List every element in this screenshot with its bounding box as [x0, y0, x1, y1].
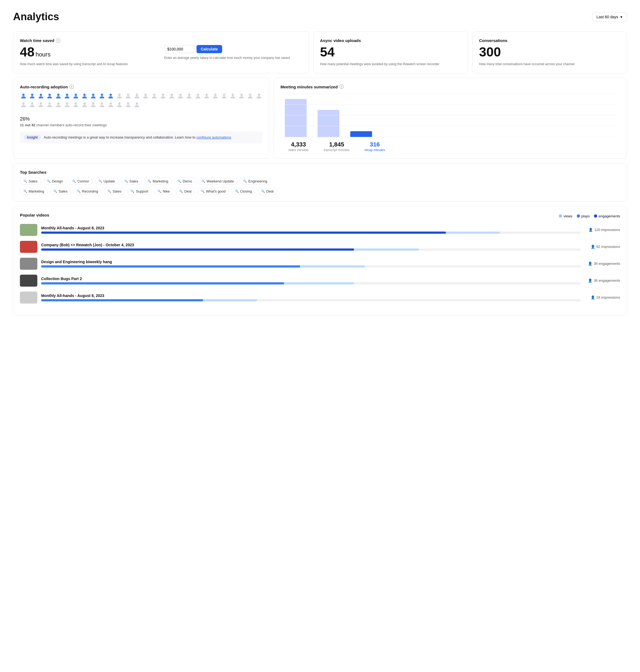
user-icon	[203, 92, 210, 100]
search-tag[interactable]: 🔍Design	[43, 178, 67, 185]
bar-labels: 4,333video minutes1,845transcript minute…	[280, 137, 620, 152]
impressions-icon: 👤	[588, 261, 592, 266]
svg-point-1	[31, 94, 33, 96]
search-tag[interactable]: 🔍Sales	[104, 188, 125, 195]
user-icon	[63, 101, 71, 108]
user-icon	[81, 92, 88, 100]
svg-point-11	[118, 94, 121, 96]
svg-point-18	[179, 94, 182, 96]
search-tag-label: Recording	[82, 189, 98, 194]
svg-point-13	[136, 94, 138, 96]
stats-row-2: Auto-recording adoption i	[13, 78, 627, 159]
search-tag[interactable]: 🔍Weekend Update	[198, 178, 237, 185]
search-tag-label: What's good	[206, 189, 226, 194]
search-tag[interactable]: 🔍Marketing	[20, 188, 48, 195]
bar-col-2	[350, 131, 372, 137]
search-tag[interactable]: 🔍Support	[127, 188, 152, 195]
watch-time-info-icon[interactable]: i	[56, 39, 60, 43]
user-icon	[133, 92, 140, 100]
meeting-minutes-info-icon[interactable]: i	[339, 85, 344, 89]
user-icon	[37, 92, 44, 100]
search-tag[interactable]: 🔍Closing	[231, 188, 256, 195]
search-tag-label: Connor	[77, 179, 89, 183]
bar-value-label: 316recap minutes	[361, 139, 389, 152]
video-row[interactable]: Company (Bob) <> Rewatch (Jon) - October…	[20, 241, 620, 253]
search-icon: 🔍	[243, 180, 247, 183]
search-tag[interactable]: 🔍Update	[95, 178, 119, 185]
search-icon: 🔍	[158, 189, 161, 193]
video-bar-track	[41, 266, 581, 268]
bar-rect	[318, 110, 339, 137]
search-tag[interactable]: 🔍Engineering	[239, 178, 271, 185]
search-tag[interactable]: 🔍Connor	[69, 178, 93, 185]
user-icon	[81, 101, 88, 108]
configure-automations-link[interactable]: configure automations	[196, 135, 231, 139]
svg-point-6	[75, 94, 77, 96]
search-tag[interactable]: 🔍Recording	[73, 188, 102, 195]
user-icon	[90, 92, 97, 100]
search-icon: 🔍	[72, 180, 76, 183]
watch-time-card: Watch time saved i 48hours How much watc…	[13, 31, 309, 73]
svg-point-26	[249, 94, 251, 96]
search-tag-label: Engineering	[248, 179, 267, 183]
video-info: Monthly All-hands - August 8, 2023	[41, 294, 581, 301]
search-tag[interactable]: 🔍Demo	[174, 178, 196, 185]
svg-point-17	[171, 94, 173, 96]
async-video-value: 54	[320, 45, 461, 59]
date-filter-button[interactable]: Last 60 days ▾	[592, 12, 627, 22]
video-bar-fill	[41, 248, 354, 251]
video-row[interactable]: Design and Engineering biweekly hang👤36 …	[20, 258, 620, 270]
search-tag-label: Marketing	[152, 179, 168, 183]
user-icon	[238, 92, 245, 100]
search-tag-label: Sales	[130, 179, 139, 183]
video-row[interactable]: Collection Bugs Part 2👤36 engagements	[20, 275, 620, 287]
search-tag-label: Sales	[113, 189, 121, 194]
search-tag[interactable]: 🔍Deal	[258, 188, 277, 195]
svg-point-19	[188, 94, 190, 96]
user-icon	[116, 101, 123, 108]
auto-recording-info-icon[interactable]: i	[70, 85, 74, 89]
percent-sub: 11 out 42 channel members auto-record th…	[20, 123, 262, 127]
svg-point-24	[232, 94, 234, 96]
video-row[interactable]: Monthly All-hands - August 8, 2023👤120 i…	[20, 224, 620, 236]
calculate-button[interactable]: Calculate	[197, 45, 222, 53]
search-tag[interactable]: 🔍Marketing	[144, 178, 172, 185]
svg-point-30	[40, 102, 42, 105]
search-tag-label: Nike	[163, 189, 170, 194]
user-icon	[98, 92, 105, 100]
search-icon: 🔍	[24, 180, 27, 183]
watch-left: 48hours How much watch time was saved by…	[20, 45, 158, 67]
video-bar-track	[41, 299, 581, 301]
video-info: Monthly All-hands - August 8, 2023	[41, 226, 581, 234]
video-row[interactable]: Monthly All-hands - August 8, 2023👤24 im…	[20, 291, 620, 303]
search-tag[interactable]: 🔍Sales	[20, 178, 41, 185]
stats-row-1: Watch time saved i 48hours How much watc…	[13, 31, 627, 73]
search-tag[interactable]: 🔍Deal	[176, 188, 195, 195]
svg-point-40	[127, 102, 130, 105]
video-thumbnail	[20, 241, 37, 253]
search-tag[interactable]: 🔍Sales	[50, 188, 71, 195]
video-title: Design and Engineering biweekly hang	[41, 260, 581, 264]
insight-badge: Insight	[24, 135, 41, 140]
watch-right: Calculate Enter an average yearly salary…	[164, 45, 302, 67]
async-video-label: Async video uploads	[320, 38, 461, 43]
bar-number: 4,333	[291, 141, 306, 148]
svg-point-22	[214, 94, 217, 96]
salary-input[interactable]	[164, 45, 194, 53]
video-impressions: 👤92 impressions	[585, 245, 620, 249]
user-icon	[20, 101, 27, 108]
bar-sublabel: video minutes	[288, 148, 308, 152]
search-tag[interactable]: 🔍Nike	[154, 188, 173, 195]
conversations-desc: How many total conversations have occurr…	[479, 62, 620, 67]
user-icon	[125, 101, 132, 108]
search-tag[interactable]: 🔍Sales	[121, 178, 142, 185]
bar-rect	[350, 131, 372, 137]
video-impressions: 👤24 impressions	[585, 295, 620, 299]
search-tag-label: Sales	[59, 189, 68, 194]
search-icon: 🔍	[201, 189, 205, 193]
search-tag[interactable]: 🔍What's good	[197, 188, 229, 195]
search-icon: 🔍	[54, 189, 57, 193]
legend-item: views	[559, 214, 572, 218]
user-icon	[20, 92, 27, 100]
search-icon: 🔍	[47, 180, 51, 183]
